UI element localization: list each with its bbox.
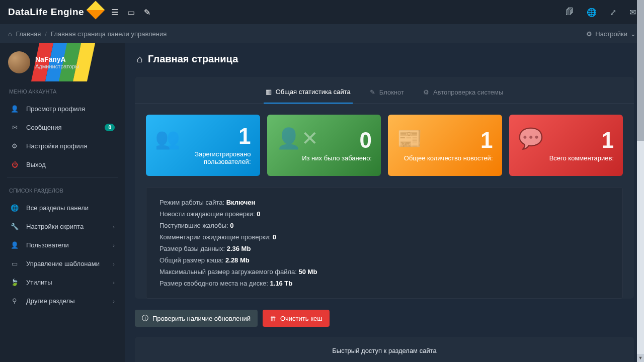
user-role: Администраторы xyxy=(35,63,79,69)
sidebar-item-utilities[interactable]: 🍃 Утилиты › xyxy=(0,273,125,292)
laptop-icon: ▭ xyxy=(10,260,19,267)
sidebar-item-settings[interactable]: ⚙ Настройки профиля xyxy=(0,137,125,155)
tab-stats[interactable]: ▥ Общая статистика сайта xyxy=(264,85,353,104)
logo[interactable]: DataLife Engine xyxy=(8,6,102,19)
chevron-right-icon: › xyxy=(113,280,115,286)
leaf-icon: 🍃 xyxy=(10,279,19,286)
sidebar-item-templates[interactable]: ▭ Управление шаблонами › xyxy=(0,254,125,273)
chart-icon: ▥ xyxy=(266,88,272,96)
globe-icon: 🌐 xyxy=(10,204,19,212)
envelope-icon: ✉ xyxy=(10,124,19,131)
sidebar-item-profile[interactable]: 👤 Просмотр профиля xyxy=(0,100,125,118)
gear-icon: ⚙ xyxy=(423,88,429,96)
tab-autocheck[interactable]: ⚙ Автопроверка системы xyxy=(421,85,505,103)
tab-notes[interactable]: ✎ Блокнот xyxy=(368,85,406,103)
settings-dropdown[interactable]: ⚙ Настройки ⌄ xyxy=(586,30,636,38)
tabs: ▥ Общая статистика сайта ✎ Блокнот ⚙ Авт… xyxy=(135,77,634,104)
sidebar: NaFanyA Администраторы МЕНЮ АККАУНТА 👤 П… xyxy=(0,43,125,362)
scrollbar-down-button[interactable]: ▼ xyxy=(637,354,644,362)
home-icon: ⌂ xyxy=(137,53,143,65)
quick-access-title: Быстрый доступ к разделам сайта xyxy=(145,347,624,354)
translate-icon[interactable]: 🗐 xyxy=(566,8,574,17)
wrench-icon: 🔧 xyxy=(10,223,19,230)
breadcrumb: ⌂ Главная / Главная страница панели упра… xyxy=(0,24,644,43)
info-row: Размер свободного места на диске: 1.16 T… xyxy=(159,278,609,289)
chevron-right-icon: › xyxy=(113,298,115,304)
sections-title: СПИСОК РАЗДЕЛОВ xyxy=(0,180,125,199)
stats-row: 👥 1 Зарегистрировано пользователей: 👤✕ 0… xyxy=(135,104,634,187)
user-name: NaFanyA xyxy=(35,55,79,63)
info-row: Режим работы сайта: Включен xyxy=(159,197,609,208)
trash-icon: 🗑 xyxy=(270,315,276,322)
edit-icon[interactable]: ✎ xyxy=(144,8,150,17)
mail-icon[interactable]: ✉ xyxy=(629,8,636,17)
menu-icon[interactable]: ☰ xyxy=(111,8,118,17)
gear-icon: ⚙ xyxy=(586,30,592,38)
sidebar-item-users[interactable]: 👤 Пользователи › xyxy=(0,236,125,254)
chevron-right-icon: › xyxy=(113,242,115,248)
info-panel: Режим работы сайта: Включен Новости ожид… xyxy=(146,187,623,299)
home-icon[interactable]: ⌂ xyxy=(8,30,12,38)
chevron-down-icon: ⌄ xyxy=(630,30,636,38)
user-icon: 👤 xyxy=(10,241,19,249)
newspaper-icon: 📰 xyxy=(397,127,422,150)
news-icon[interactable]: ▭ xyxy=(127,8,135,17)
gear-icon: ⚙ xyxy=(10,142,19,150)
action-buttons: ⓘ Проверить наличие обновлений 🗑 Очистит… xyxy=(135,310,634,328)
breadcrumb-current: Главная страница панели управления xyxy=(51,30,167,38)
sidebar-item-script-settings[interactable]: 🔧 Настройки скрипта › xyxy=(0,217,125,236)
scrollbar-thumb[interactable] xyxy=(637,0,644,141)
sidebar-item-messages[interactable]: ✉ Сообщения 0 xyxy=(0,118,125,137)
stat-card-users[interactable]: 👥 1 Зарегистрировано пользователей: xyxy=(146,115,260,176)
info-row: Комментарии ожидающие проверки: 0 xyxy=(159,231,609,243)
chevron-right-icon: › xyxy=(113,261,115,267)
sidebar-item-logout[interactable]: ⏻ Выход xyxy=(0,155,125,174)
share-icon: ⚲ xyxy=(10,297,19,305)
user-icon: 👤 xyxy=(10,105,19,113)
stat-card-news[interactable]: 📰 1 Общее количество новостей: xyxy=(388,115,502,176)
globe-icon[interactable]: 🌐 xyxy=(587,8,597,17)
breadcrumb-separator: / xyxy=(45,30,47,38)
info-icon: ⓘ xyxy=(142,314,148,323)
messages-badge: 0 xyxy=(105,124,115,131)
topbar: DataLife Engine ☰ ▭ ✎ 🗐 🌐 ⤢ ✉ xyxy=(0,0,644,24)
chevron-right-icon: › xyxy=(113,224,115,230)
info-row: Поступившие жалобы: 0 xyxy=(159,220,609,231)
info-row: Новости ожидающие проверки: 0 xyxy=(159,208,609,220)
stat-card-comments[interactable]: 💬 1 Всего комментариев: xyxy=(509,115,623,176)
info-row: Размер базы данных: 2.36 Mb xyxy=(159,243,609,254)
check-updates-button[interactable]: ⓘ Проверить наличие обновлений xyxy=(135,310,258,327)
clear-cache-button[interactable]: 🗑 Очистить кеш xyxy=(263,310,330,327)
avatar xyxy=(8,51,30,73)
page-title: ⌂ Главная страница xyxy=(135,43,634,77)
edit-icon: ✎ xyxy=(370,88,375,96)
fullscreen-icon[interactable]: ⤢ xyxy=(610,8,616,17)
power-icon: ⏻ xyxy=(10,161,19,168)
content: ⌂ Главная страница ▥ Общая статистика са… xyxy=(125,43,644,362)
account-section-title: МЕНЮ АККАУНТА xyxy=(0,81,125,100)
info-row: Максимальный размер загружаемого файла: … xyxy=(159,266,609,278)
logo-badge-icon xyxy=(87,1,105,20)
user-block[interactable]: NaFanyA Администраторы xyxy=(0,43,125,81)
comments-icon: 💬 xyxy=(518,127,543,150)
breadcrumb-home[interactable]: Главная xyxy=(16,30,41,38)
sidebar-item-other[interactable]: ⚲ Другие разделы › xyxy=(0,292,125,310)
stats-panel: ▥ Общая статистика сайта ✎ Блокнот ⚙ Авт… xyxy=(135,77,634,299)
stat-card-banned[interactable]: 👤✕ 0 Из них было забанено: xyxy=(267,115,381,176)
user-banned-icon: 👤✕ xyxy=(276,127,318,150)
users-icon: 👥 xyxy=(155,127,180,150)
scrollbar[interactable]: ▼ xyxy=(637,0,644,362)
quick-access-panel: Быстрый доступ к разделам сайта xyxy=(135,337,634,362)
info-row: Общий размер кэша: 2.28 Mb xyxy=(159,254,609,266)
sidebar-item-allsections[interactable]: 🌐 Все разделы панели xyxy=(0,199,125,217)
